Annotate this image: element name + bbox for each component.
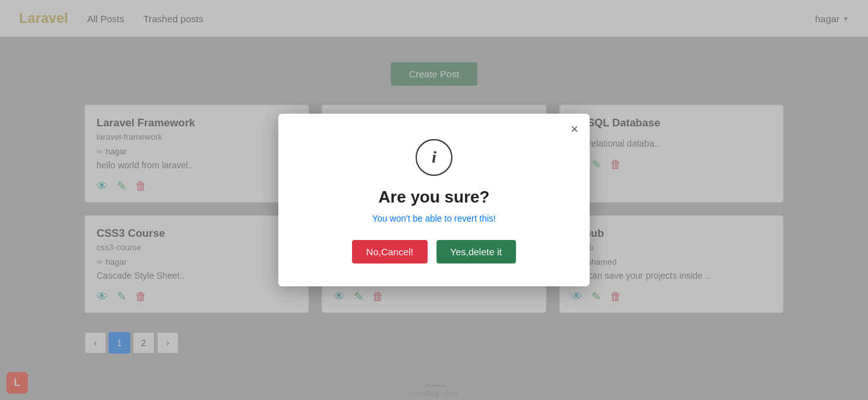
- modal-info-icon: i: [416, 139, 452, 176]
- modal-confirm-button[interactable]: Yes,delete it: [437, 240, 516, 263]
- modal-subtitle: You won't be able to revert this!: [310, 213, 558, 223]
- confirm-modal: × i Are you sure? You won't be able to r…: [278, 114, 590, 286]
- modal-title: Are you sure?: [310, 187, 558, 207]
- modal-overlay: × i Are you sure? You won't be able to r…: [0, 0, 868, 400]
- modal-close-button[interactable]: ×: [571, 123, 578, 135]
- modal-buttons: No,Cancel! Yes,delete it: [310, 240, 558, 263]
- modal-cancel-button[interactable]: No,Cancel!: [352, 240, 427, 263]
